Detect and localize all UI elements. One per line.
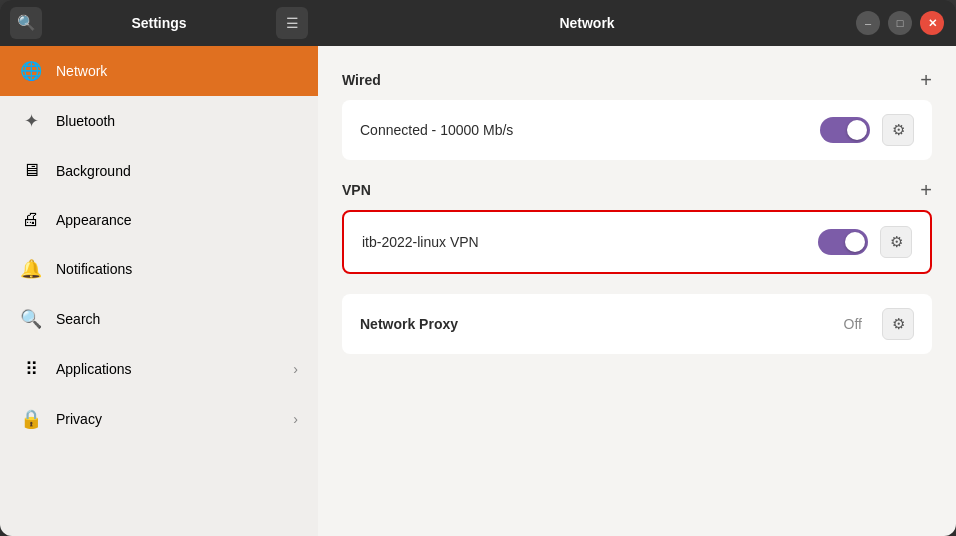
privacy-icon: 🔒 bbox=[20, 408, 42, 430]
vpn-section-header: VPN + bbox=[342, 180, 932, 200]
wired-section-title: Wired bbox=[342, 72, 381, 88]
proxy-card: Network Proxy Off ⚙ bbox=[342, 294, 932, 354]
sidebar-label-privacy: Privacy bbox=[56, 411, 102, 427]
vpn-connection-label: itb-2022-linux VPN bbox=[362, 234, 806, 250]
settings-window: 🔍 Settings ☰ Network – □ ✕ 🌐 bbox=[0, 0, 956, 536]
sidebar-label-notifications: Notifications bbox=[56, 261, 132, 277]
proxy-status: Off bbox=[844, 316, 862, 332]
proxy-section: Network Proxy Off ⚙ bbox=[342, 294, 932, 354]
search-sidebar-icon: 🔍 bbox=[20, 308, 42, 330]
proxy-row: Network Proxy Off ⚙ bbox=[342, 294, 932, 354]
vpn-add-button[interactable]: + bbox=[920, 180, 932, 200]
wired-connection-label: Connected - 10000 Mb/s bbox=[360, 122, 808, 138]
sidebar-item-search[interactable]: 🔍 Search bbox=[0, 294, 318, 344]
sidebar-item-applications[interactable]: ⠿ Applications › bbox=[0, 344, 318, 394]
maximize-icon: □ bbox=[897, 17, 904, 29]
proxy-label: Network Proxy bbox=[360, 316, 832, 332]
vpn-toggle-slider bbox=[818, 229, 868, 255]
sidebar: 🌐 Network ✦ Bluetooth 🖥 Background 🖨 App… bbox=[0, 46, 318, 536]
vpn-toggle-knob bbox=[845, 232, 865, 252]
titlebar: 🔍 Settings ☰ Network – □ ✕ bbox=[0, 0, 956, 46]
vpn-section: VPN + itb-2022-linux VPN ⚙ bbox=[342, 180, 932, 274]
wired-gear-button[interactable]: ⚙ bbox=[882, 114, 914, 146]
applications-icon: ⠿ bbox=[20, 358, 42, 380]
content-area: Wired + Connected - 10000 Mb/s ⚙ bbox=[318, 46, 956, 536]
sidebar-item-background[interactable]: 🖥 Background bbox=[0, 146, 318, 195]
sidebar-item-notifications[interactable]: 🔔 Notifications bbox=[0, 244, 318, 294]
sidebar-item-privacy[interactable]: 🔒 Privacy › bbox=[0, 394, 318, 444]
wired-section: Wired + Connected - 10000 Mb/s ⚙ bbox=[342, 70, 932, 160]
wired-row: Connected - 10000 Mb/s ⚙ bbox=[342, 100, 932, 160]
minimize-icon: – bbox=[865, 17, 871, 29]
privacy-arrow: › bbox=[293, 411, 298, 427]
appearance-icon: 🖨 bbox=[20, 209, 42, 230]
applications-arrow: › bbox=[293, 361, 298, 377]
notifications-icon: 🔔 bbox=[20, 258, 42, 280]
close-icon: ✕ bbox=[928, 17, 937, 30]
sidebar-item-appearance[interactable]: 🖨 Appearance bbox=[0, 195, 318, 244]
maximize-button[interactable]: □ bbox=[888, 11, 912, 35]
titlebar-network-label: Network bbox=[559, 15, 614, 31]
vpn-card: itb-2022-linux VPN ⚙ bbox=[342, 210, 932, 274]
close-button[interactable]: ✕ bbox=[920, 11, 944, 35]
sidebar-item-bluetooth[interactable]: ✦ Bluetooth bbox=[0, 96, 318, 146]
bluetooth-icon: ✦ bbox=[20, 110, 42, 132]
sidebar-label-search: Search bbox=[56, 311, 100, 327]
proxy-gear-icon: ⚙ bbox=[892, 315, 905, 333]
wired-gear-icon: ⚙ bbox=[892, 121, 905, 139]
titlebar-left: 🔍 Settings ☰ bbox=[0, 7, 318, 39]
background-icon: 🖥 bbox=[20, 160, 42, 181]
network-icon: 🌐 bbox=[20, 60, 42, 82]
titlebar-right: – □ ✕ bbox=[856, 11, 956, 35]
minimize-button[interactable]: – bbox=[856, 11, 880, 35]
sidebar-label-network: Network bbox=[56, 63, 107, 79]
vpn-gear-icon: ⚙ bbox=[890, 233, 903, 251]
vpn-gear-button[interactable]: ⚙ bbox=[880, 226, 912, 258]
titlebar-settings-label: Settings bbox=[52, 15, 266, 31]
vpn-section-title: VPN bbox=[342, 182, 371, 198]
sidebar-item-network[interactable]: 🌐 Network bbox=[0, 46, 318, 96]
wired-toggle[interactable] bbox=[820, 117, 870, 143]
search-button[interactable]: 🔍 bbox=[10, 7, 42, 39]
wired-card: Connected - 10000 Mb/s ⚙ bbox=[342, 100, 932, 160]
sidebar-label-background: Background bbox=[56, 163, 131, 179]
sidebar-label-appearance: Appearance bbox=[56, 212, 132, 228]
wired-toggle-slider bbox=[820, 117, 870, 143]
menu-button[interactable]: ☰ bbox=[276, 7, 308, 39]
sidebar-label-applications: Applications bbox=[56, 361, 132, 377]
wired-toggle-knob bbox=[847, 120, 867, 140]
proxy-gear-button[interactable]: ⚙ bbox=[882, 308, 914, 340]
vpn-row: itb-2022-linux VPN ⚙ bbox=[344, 212, 930, 272]
vpn-toggle[interactable] bbox=[818, 229, 868, 255]
search-icon: 🔍 bbox=[17, 14, 36, 32]
wired-section-header: Wired + bbox=[342, 70, 932, 90]
titlebar-center: Network bbox=[318, 15, 856, 31]
menu-icon: ☰ bbox=[286, 15, 299, 31]
main-area: 🌐 Network ✦ Bluetooth 🖥 Background 🖨 App… bbox=[0, 46, 956, 536]
sidebar-label-bluetooth: Bluetooth bbox=[56, 113, 115, 129]
wired-add-button[interactable]: + bbox=[920, 70, 932, 90]
